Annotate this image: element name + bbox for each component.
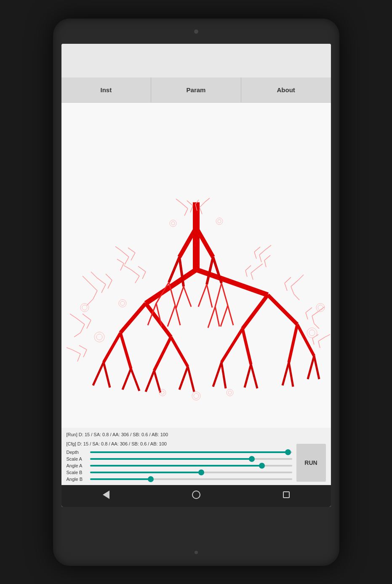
tab-inst[interactable]: Inst — [61, 77, 152, 102]
home-button[interactable] — [189, 487, 204, 504]
tablet-screen: Inst Param About — [61, 44, 331, 507]
tab-param[interactable]: Param — [151, 77, 241, 102]
tab-bar: Inst Param About — [61, 77, 331, 103]
fractal-svg — [61, 103, 331, 428]
tablet-device: Inst Param About — [53, 19, 339, 566]
slider-row-depth: Depth — [67, 450, 292, 455]
slider-label-angle-b: Angle B — [67, 477, 87, 482]
slider-fill-depth — [90, 451, 288, 453]
tablet-bottom-dot — [195, 551, 198, 554]
slider-fill-angle-a — [90, 465, 262, 467]
status-bar — [61, 44, 331, 77]
slider-label-scale-a: Scale A — [67, 456, 87, 461]
fractal-canvas — [61, 103, 331, 428]
run-button[interactable]: RUN — [296, 444, 326, 482]
slider-label-scale-b: Scale B — [67, 470, 87, 475]
recents-button[interactable] — [280, 488, 293, 504]
sliders-container: Depth Scale A Angle A — [67, 450, 326, 482]
cfg-status: [Cfg] D: 15 / SA: 0.8 / AA: 306 / SB: 0.… — [67, 440, 326, 448]
slider-label-depth: Depth — [67, 450, 87, 455]
slider-thumb-angle-a[interactable] — [259, 463, 265, 469]
slider-label-angle-a: Angle A — [67, 463, 87, 468]
slider-thumb-depth[interactable] — [285, 449, 291, 455]
slider-track-angle-b[interactable] — [90, 478, 292, 480]
run-status: [Run] D: 15 / SA: 0.8 / AA: 306 / SB: 0.… — [67, 431, 326, 439]
slider-fill-angle-b — [90, 478, 151, 480]
slider-row-angle-b: Angle B — [67, 477, 292, 482]
slider-thumb-scale-a[interactable] — [249, 456, 255, 462]
recents-icon — [283, 491, 290, 498]
slider-thumb-scale-b[interactable] — [198, 469, 204, 475]
slider-track-depth[interactable] — [90, 451, 292, 453]
slider-row-scale-b: Scale B — [67, 470, 292, 475]
back-button[interactable] — [99, 487, 113, 504]
bottom-controls: [Run] D: 15 / SA: 0.8 / AA: 306 / SB: 0.… — [61, 428, 331, 485]
tablet-camera — [194, 29, 198, 34]
slider-fill-scale-a — [90, 458, 252, 460]
slider-row-angle-a: Angle A — [67, 463, 292, 468]
slider-track-scale-a[interactable] — [90, 458, 292, 460]
slider-row-scale-a: Scale A — [67, 456, 292, 461]
slider-fill-scale-b — [90, 472, 201, 473]
slider-track-scale-b[interactable] — [90, 472, 292, 473]
slider-thumb-angle-b[interactable] — [148, 476, 154, 482]
tab-about[interactable]: About — [241, 77, 331, 102]
back-icon — [103, 491, 109, 499]
home-icon — [192, 491, 200, 499]
slider-track-angle-a[interactable] — [90, 465, 292, 467]
android-nav-bar — [61, 485, 331, 507]
